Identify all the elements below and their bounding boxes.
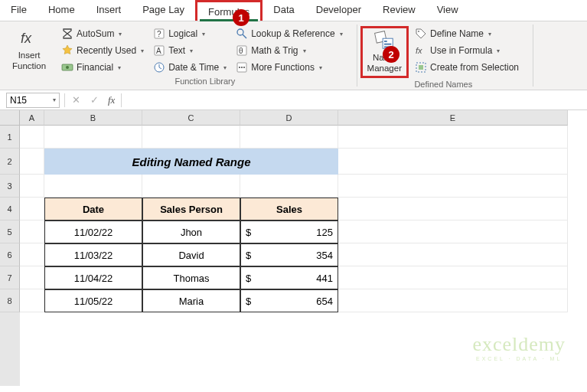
cell[interactable]	[20, 266, 44, 289]
tag-icon	[415, 28, 427, 40]
fx-icon: fx	[18, 28, 40, 49]
cell[interactable]	[20, 175, 44, 198]
tab-data[interactable]: Data	[263, 0, 305, 21]
tab-view[interactable]: View	[426, 0, 469, 21]
cell[interactable]	[44, 175, 142, 198]
chevron-down-icon: ▾	[202, 31, 205, 38]
search-icon	[236, 28, 248, 40]
chevron-down-icon: ▾	[118, 64, 121, 71]
financial-button[interactable]: Financial▾	[60, 60, 145, 75]
cell[interactable]	[338, 198, 568, 220]
cell[interactable]	[20, 126, 44, 149]
cell[interactable]	[240, 175, 338, 198]
tab-developer[interactable]: Developer	[305, 0, 372, 21]
table-cell[interactable]: 11/04/22	[44, 266, 142, 289]
cell[interactable]	[338, 266, 568, 289]
cell[interactable]	[240, 126, 338, 149]
table-cell[interactable]: 11/02/22	[44, 220, 142, 243]
svg-point-14	[243, 67, 245, 68]
table-header[interactable]: Sales	[240, 198, 338, 220]
table-header[interactable]: Date	[44, 198, 142, 220]
recently-used-button[interactable]: Recently Used▾	[60, 43, 145, 58]
text-icon: A	[153, 44, 165, 57]
callout-2: 2	[383, 46, 399, 63]
tab-formulas[interactable]: Formulas	[195, 0, 263, 21]
selection-icon	[415, 61, 427, 74]
col-header[interactable]: E	[338, 110, 568, 126]
table-cell[interactable]: Maria	[142, 289, 240, 312]
formula-bar: N15 ▾ ✕ ✓ fx	[0, 90, 587, 110]
clock-icon	[153, 61, 165, 74]
row-header[interactable]: 7	[0, 266, 20, 289]
cell[interactable]	[20, 289, 44, 312]
logical-button[interactable]: ? Logical▾	[152, 26, 228, 41]
row-header[interactable]: 6	[0, 243, 20, 266]
text-button[interactable]: A Text▾	[152, 43, 228, 58]
cell[interactable]	[338, 149, 568, 175]
more-functions-button[interactable]: More Functions▾	[234, 60, 344, 75]
sheet-title[interactable]: Editing Named Range	[44, 149, 338, 175]
math-trig-button[interactable]: θ Math & Trig▾	[234, 43, 344, 58]
enter-button[interactable]: ✓	[85, 94, 103, 106]
cell[interactable]	[338, 126, 568, 149]
chevron-down-icon[interactable]: ▾	[53, 96, 56, 103]
table-cell[interactable]: Jhon	[142, 220, 240, 243]
table-cell[interactable]: $125	[240, 220, 338, 243]
datetime-button[interactable]: Date & Time▾	[152, 60, 228, 75]
tab-review[interactable]: Review	[372, 0, 426, 21]
autosum-button[interactable]: AutoSum▾	[60, 26, 145, 41]
row-header[interactable]: 1	[0, 126, 20, 149]
row-header[interactable]: 3	[0, 175, 20, 198]
svg-point-2	[66, 66, 69, 69]
table-cell[interactable]: $441	[240, 266, 338, 289]
cell[interactable]	[338, 175, 568, 198]
chevron-down-icon: ▾	[488, 31, 491, 38]
tab-insert[interactable]: Insert	[86, 0, 132, 21]
name-box[interactable]: N15 ▾	[6, 93, 60, 108]
question-icon: ?	[153, 28, 165, 40]
chevron-down-icon: ▾	[190, 47, 193, 54]
table-header[interactable]: Sales Person	[142, 198, 240, 220]
col-header[interactable]: B	[44, 110, 142, 126]
fx-icon[interactable]: fx	[103, 94, 119, 106]
cell[interactable]	[20, 220, 44, 243]
select-all-corner[interactable]	[0, 110, 20, 126]
tab-file[interactable]: File	[0, 0, 38, 21]
cell[interactable]	[338, 289, 568, 312]
cell[interactable]	[44, 126, 142, 149]
cell[interactable]	[20, 198, 44, 220]
cell[interactable]	[338, 243, 568, 266]
svg-rect-23	[419, 65, 423, 70]
create-from-selection-button[interactable]: Create from Selection	[413, 60, 520, 75]
callout-1: 1	[233, 9, 249, 26]
col-header[interactable]: A	[20, 110, 44, 126]
table-cell[interactable]: 11/03/22	[44, 243, 142, 266]
cell[interactable]	[142, 175, 240, 198]
table-cell[interactable]: $354	[240, 243, 338, 266]
cell[interactable]	[142, 126, 240, 149]
insert-function-button[interactable]: fx Insert Function	[8, 26, 51, 74]
use-in-formula-button[interactable]: fx Use in Formula▾	[413, 43, 520, 58]
cancel-button[interactable]: ✕	[67, 94, 85, 106]
insert-function-label: Insert Function	[12, 51, 46, 72]
row-header[interactable]: 2	[0, 149, 20, 175]
table-cell[interactable]: David	[142, 243, 240, 266]
table-cell[interactable]: $654	[240, 289, 338, 312]
svg-text:θ: θ	[239, 47, 243, 55]
row-header[interactable]: 8	[0, 289, 20, 312]
col-header[interactable]: D	[240, 110, 338, 126]
tab-pagelayout[interactable]: Page Lay	[132, 0, 195, 21]
table-cell[interactable]: Thomas	[142, 266, 240, 289]
cell[interactable]	[20, 243, 44, 266]
cell[interactable]	[20, 149, 44, 175]
cell[interactable]	[338, 220, 568, 243]
svg-text:fx: fx	[416, 46, 422, 55]
row-header[interactable]: 4	[0, 198, 20, 220]
table-cell[interactable]: 11/05/22	[44, 289, 142, 312]
tab-home[interactable]: Home	[38, 0, 86, 21]
define-name-button[interactable]: Define Name▾	[413, 26, 520, 41]
col-header[interactable]: C	[142, 110, 240, 126]
row-header[interactable]: 5	[0, 220, 20, 243]
ribbon: fx Insert Function AutoSum▾ Recently Use…	[0, 21, 587, 90]
lookup-reference-button[interactable]: Lookup & Reference▾	[234, 26, 344, 41]
